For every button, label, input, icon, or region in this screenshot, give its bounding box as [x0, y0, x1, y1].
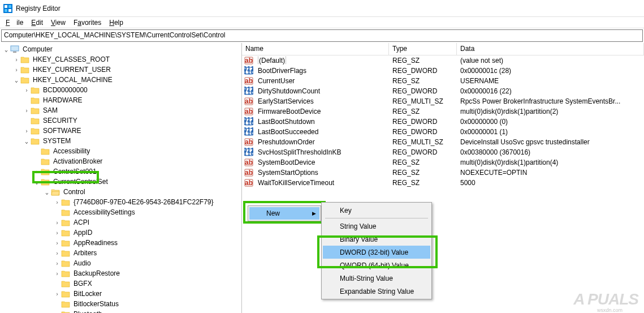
- twisty-icon[interactable]: ›: [12, 55, 20, 63]
- list-row[interactable]: abCurrentUserREG_SZUSERNAME: [242, 76, 644, 86]
- value-type: REG_DWORD: [389, 67, 457, 75]
- tree-item-bcd[interactable]: ›BCD00000000: [0, 85, 241, 95]
- svg-text:ab: ab: [245, 138, 253, 146]
- value-data: RpcSs Power BrokerInfrastructure SystemE…: [457, 97, 644, 105]
- twisty-icon[interactable]: ⌄: [12, 76, 20, 84]
- list-row[interactable]: 011110LastBootSucceededREG_DWORD0x000000…: [242, 127, 644, 137]
- binary-value-icon: 011110: [244, 148, 253, 157]
- tree-item-bitlocker[interactable]: ›BitLocker: [0, 289, 241, 299]
- menu-item-new[interactable]: New ▶: [249, 207, 319, 220]
- list-row[interactable]: abSystemStartOptionsREG_SZ NOEXECUTE=OPT…: [242, 168, 644, 178]
- list-row[interactable]: abFirmwareBootDeviceREG_SZmulti(0)disk(0…: [242, 106, 644, 117]
- svg-text:ab: ab: [245, 97, 253, 105]
- context-menu: New ▶ Key String Value Binary Value DWOR…: [248, 205, 321, 221]
- twisty-icon[interactable]: ›: [53, 239, 61, 247]
- tree-item-root[interactable]: ⌄Computer: [0, 44, 241, 54]
- tree-item-appreadiness[interactable]: ›AppReadiness: [0, 238, 241, 248]
- twisty-icon[interactable]: ⌄: [43, 188, 51, 196]
- twisty-icon[interactable]: ›: [53, 218, 61, 226]
- twisty-icon[interactable]: ›: [33, 168, 41, 175]
- twisty-icon[interactable]: [53, 208, 61, 216]
- twisty-icon[interactable]: ⌄: [2, 45, 10, 53]
- list-row[interactable]: 011110BootDriverFlagsREG_DWORD0x0000001c…: [242, 66, 644, 76]
- twisty-icon[interactable]: [53, 300, 61, 308]
- twisty-icon[interactable]: [53, 280, 61, 288]
- menu-item-multi[interactable]: Multi-String Value: [323, 272, 430, 285]
- twisty-icon[interactable]: [33, 147, 41, 155]
- menu-view[interactable]: View: [47, 18, 69, 28]
- tree-item-controlset001[interactable]: ›ControlSet001: [0, 166, 241, 177]
- tree-item-bluetooth[interactable]: ›Bluetooth: [0, 309, 241, 313]
- twisty-icon[interactable]: ›: [53, 249, 61, 257]
- menu-item-binary[interactable]: Binary Value: [323, 233, 430, 246]
- list-row[interactable]: abSystemBootDeviceREG_SZmulti(0)disk(0)r…: [242, 157, 644, 168]
- twisty-icon[interactable]: [23, 117, 31, 125]
- menu-favorites[interactable]: Favorites: [70, 18, 105, 28]
- twisty-icon[interactable]: ›: [53, 198, 61, 206]
- twisty-icon[interactable]: ⌄: [33, 178, 41, 186]
- menu-item-key[interactable]: Key: [323, 204, 430, 217]
- menu-item-string[interactable]: String Value: [323, 220, 430, 233]
- address-bar[interactable]: Computer\HKEY_LOCAL_MACHINE\SYSTEM\Curre…: [1, 29, 643, 42]
- tree-item-appid[interactable]: ›AppID: [0, 228, 241, 238]
- twisty-icon[interactable]: ›: [53, 290, 61, 298]
- tree-item-software[interactable]: ›SOFTWARE: [0, 126, 241, 136]
- tree-item-hkcu[interactable]: ›HKEY_CURRENT_USER: [0, 65, 241, 75]
- tree-item-guid[interactable]: ›{7746D80F-97E0-4E26-9543-26B41FC22F79}: [0, 197, 241, 207]
- tree-item-backuprestore[interactable]: ›BackupRestore: [0, 268, 241, 278]
- tree-item-security[interactable]: SECURITY: [0, 115, 241, 126]
- tree-label: BackupRestore: [72, 269, 121, 277]
- twisty-icon[interactable]: ›: [53, 310, 61, 313]
- tree-item-hkcr[interactable]: ›HKEY_CLASSES_ROOT: [0, 54, 241, 65]
- menu-help[interactable]: Help: [106, 18, 127, 28]
- list-row[interactable]: abPreshutdownOrderREG_MULTI_SZDeviceInst…: [242, 137, 644, 147]
- tree-item-bgfx[interactable]: BGFX: [0, 278, 241, 289]
- twisty-icon[interactable]: ⌄: [23, 137, 31, 145]
- tree-item-accessibilitysettings[interactable]: AccessibilitySettings: [0, 207, 241, 217]
- tree-view[interactable]: ⌄Computer›HKEY_CLASSES_ROOT›HKEY_CURRENT…: [0, 43, 242, 313]
- twisty-icon[interactable]: ›: [23, 86, 31, 94]
- twisty-icon[interactable]: [33, 157, 41, 165]
- folder-icon: [41, 168, 50, 175]
- twisty-icon[interactable]: ›: [23, 106, 31, 114]
- twisty-icon[interactable]: ›: [53, 229, 61, 237]
- tree-label: BitlockerStatus: [72, 300, 120, 308]
- tree-item-control[interactable]: ⌄Control: [0, 187, 241, 197]
- tree-item-activationbroker[interactable]: ActivationBroker: [0, 156, 241, 166]
- value-name: DirtyShutdownCount: [254, 87, 389, 95]
- tree-item-hklm[interactable]: ⌄HKEY_LOCAL_MACHINE: [0, 75, 241, 85]
- twisty-icon[interactable]: ›: [23, 127, 31, 135]
- list-row[interactable]: abWaitToKillServiceTimeoutREG_SZ5000: [242, 178, 644, 188]
- col-data[interactable]: Data: [457, 43, 644, 55]
- tree-label: BitLocker: [72, 290, 103, 298]
- tree-item-sam[interactable]: ›SAM: [0, 105, 241, 115]
- menu-item-dword[interactable]: DWORD (32-bit) Value: [323, 246, 430, 259]
- col-type[interactable]: Type: [389, 43, 457, 55]
- menu-item-expand[interactable]: Expandable String Value: [323, 285, 430, 298]
- tree-item-bitlockerstatus[interactable]: BitlockerStatus: [0, 299, 241, 309]
- tree-item-audio[interactable]: ›Audio: [0, 258, 241, 268]
- twisty-icon[interactable]: [23, 96, 31, 104]
- list-row[interactable]: 011110DirtyShutdownCountREG_DWORD0x00000…: [242, 86, 644, 96]
- tree-item-currentcontrolset[interactable]: ⌄CurrentControlSet: [0, 177, 241, 187]
- list-row[interactable]: 011110LastBootShutdownREG_DWORD0x0000000…: [242, 117, 644, 127]
- twisty-icon[interactable]: ›: [53, 269, 61, 277]
- tree-item-system[interactable]: ⌄SYSTEM: [0, 136, 241, 146]
- tree-item-accessibility[interactable]: Accessibility: [0, 146, 241, 156]
- list-row[interactable]: ab(Default)REG_SZ(value not set): [242, 55, 644, 66]
- twisty-icon[interactable]: ›: [53, 259, 61, 267]
- twisty-icon[interactable]: ›: [12, 66, 20, 74]
- titlebar: Registry Editor: [0, 0, 644, 17]
- folder-icon: [20, 76, 29, 84]
- tree-item-hardware[interactable]: HARDWARE: [0, 95, 241, 105]
- menu-file[interactable]: File: [2, 18, 27, 28]
- list-row[interactable]: abEarlyStartServicesREG_MULTI_SZRpcSs Po…: [242, 96, 644, 106]
- menu-edit[interactable]: Edit: [28, 18, 46, 28]
- col-name[interactable]: Name: [242, 43, 389, 55]
- tree-item-acpi[interactable]: ›ACPI: [0, 217, 241, 228]
- menu-item-qword[interactable]: QWORD (64-bit) Value: [323, 259, 430, 272]
- list-view[interactable]: Name Type Data ab(Default)REG_SZ(value n…: [242, 43, 644, 313]
- tree-item-arbiters[interactable]: ›Arbiters: [0, 248, 241, 258]
- window-title: Registry Editor: [16, 5, 60, 12]
- list-row[interactable]: 011110SvcHostSplitThresholdInKBREG_DWORD…: [242, 147, 644, 157]
